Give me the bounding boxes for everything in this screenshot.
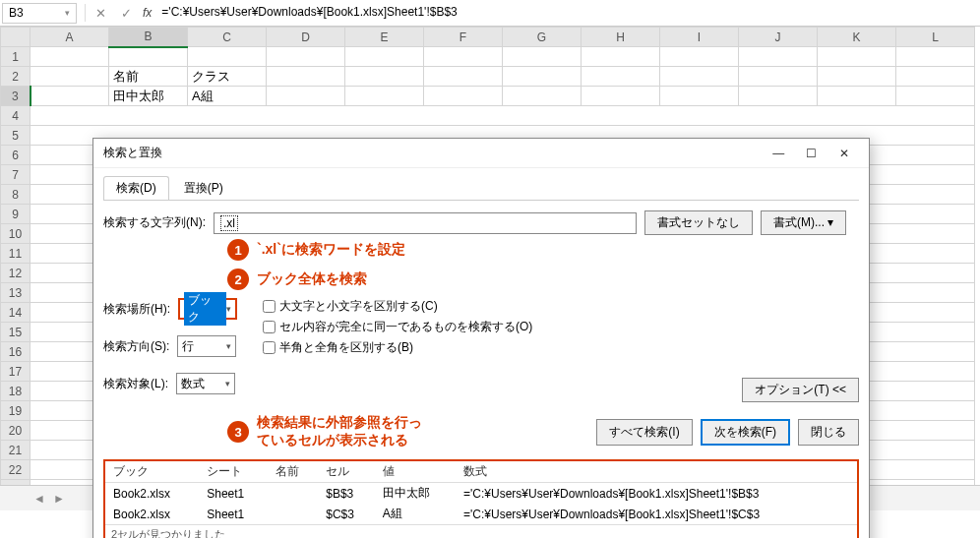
chk-case-box[interactable] <box>263 300 276 313</box>
search-term-input[interactable]: .xl <box>214 212 637 234</box>
search-term-value: .xl <box>220 215 238 231</box>
options-button[interactable]: オプション(T) << <box>742 378 859 402</box>
tab-replace[interactable]: 置換(P) <box>171 176 236 200</box>
tab-search[interactable]: 検索(D) <box>103 176 169 200</box>
bullet-1: 1 <box>227 239 249 261</box>
bullet-2: 2 <box>227 269 249 290</box>
tab-nav-next-icon[interactable]: ► <box>49 492 69 506</box>
row-2[interactable]: 2 <box>1 67 31 87</box>
cancel-icon[interactable]: ✕ <box>90 3 111 24</box>
select-all-corner[interactable] <box>1 28 31 47</box>
results-panel: ブック シート 名前 セル 値 数式 Book2.xlsx Sheet1 $B$… <box>103 459 859 538</box>
search-dir-value: 行 <box>182 338 194 355</box>
dialog-title: 検索と置換 <box>103 145 162 161</box>
find-next-button[interactable]: 次を検索(F) <box>701 419 790 446</box>
row-1[interactable]: 1 <box>1 47 31 67</box>
bullet-3: 3 <box>227 421 249 443</box>
row-19[interactable]: 19 <box>1 401 31 421</box>
row-18[interactable]: 18 <box>1 382 31 401</box>
chk-width[interactable]: 半角と全角を区別する(B) <box>263 339 532 356</box>
row-8[interactable]: 8 <box>1 185 31 205</box>
close-button[interactable]: 閉じる <box>798 419 859 446</box>
col-K[interactable]: K <box>818 28 896 47</box>
lbl-search-dir: 検索方向(S): <box>103 338 169 355</box>
col-A[interactable]: A <box>31 28 109 47</box>
col-L[interactable]: L <box>896 28 975 47</box>
dialog-titlebar[interactable]: 検索と置換 — ☐ ✕ <box>93 139 869 168</box>
lbl-search-term: 検索する文字列(N): <box>103 214 206 231</box>
cell-C2[interactable]: クラス <box>188 67 267 87</box>
results-status: 2セルが見つかりました <box>105 524 857 538</box>
col-F[interactable]: F <box>424 28 503 47</box>
results-h-name[interactable]: 名前 <box>268 461 318 483</box>
find-all-button[interactable]: すべて検索(I) <box>596 419 692 446</box>
search-target-dropdown[interactable]: 数式 <box>176 373 235 394</box>
chk-whole-box[interactable] <box>263 321 276 333</box>
row-9[interactable]: 9 <box>1 205 31 224</box>
cell-B3[interactable]: 田中太郎 <box>109 87 188 106</box>
chk-width-label: 半角と全角を区別する(B) <box>279 339 413 356</box>
row-14[interactable]: 14 <box>1 303 31 323</box>
row-4[interactable]: 4 <box>1 106 31 126</box>
row-6[interactable]: 6 <box>1 146 31 165</box>
col-H[interactable]: H <box>582 28 660 47</box>
dialog-tabs: 検索(D) 置換(P) <box>103 176 859 201</box>
separator <box>85 4 86 22</box>
row-5[interactable]: 5 <box>1 126 31 146</box>
row-3[interactable]: 3 <box>1 87 31 106</box>
chk-width-box[interactable] <box>263 341 276 354</box>
minimize-icon[interactable]: — <box>764 147 793 160</box>
annotation-2: ブック全体を検索 <box>257 270 367 288</box>
annotation-3b: ているセルが表示される <box>257 432 422 449</box>
results-h-value[interactable]: 値 <box>375 461 456 483</box>
chk-case[interactable]: 大文字と小文字を区別する(C) <box>263 298 532 315</box>
row-10[interactable]: 10 <box>1 224 31 244</box>
col-I[interactable]: I <box>660 28 739 47</box>
row-7[interactable]: 7 <box>1 165 31 185</box>
row-22[interactable]: 22 <box>1 460 31 480</box>
lbl-search-in: 検索場所(H): <box>103 301 170 318</box>
search-in-dropdown[interactable]: ブック <box>178 298 237 320</box>
results-table[interactable]: ブック シート 名前 セル 値 数式 Book2.xlsx Sheet1 $B$… <box>105 461 857 524</box>
tab-nav-prev-icon[interactable]: ◄ <box>30 492 49 506</box>
col-E[interactable]: E <box>345 28 424 47</box>
maximize-icon[interactable]: ☐ <box>797 147 827 160</box>
row-12[interactable]: 12 <box>1 264 31 283</box>
row-20[interactable]: 20 <box>1 421 31 441</box>
results-h-book[interactable]: ブック <box>105 461 199 483</box>
col-D[interactable]: D <box>267 28 345 47</box>
row-11[interactable]: 11 <box>1 244 31 264</box>
chk-whole[interactable]: セル内容が完全に同一であるものを検索する(O) <box>263 319 532 335</box>
results-h-formula[interactable]: 数式 <box>456 461 857 483</box>
formula-bar: B3 ✕ ✓ fx ='C:¥Users¥User¥Downloads¥[Boo… <box>0 0 980 27</box>
chk-case-label: 大文字と小文字を区別する(C) <box>279 298 438 315</box>
formula-input[interactable]: ='C:¥Users¥User¥Downloads¥[Book1.xlsx]Sh… <box>155 3 978 24</box>
name-box[interactable]: B3 <box>2 3 77 24</box>
col-C[interactable]: C <box>188 28 267 47</box>
search-in-value: ブック <box>184 292 226 326</box>
format-none-button[interactable]: 書式セットなし <box>644 210 753 235</box>
cell-C3[interactable]: A組 <box>188 87 267 106</box>
chk-whole-label: セル内容が完全に同一であるものを検索する(O) <box>279 319 532 335</box>
fx-icon[interactable]: fx <box>143 6 152 20</box>
row-21[interactable]: 21 <box>1 441 31 460</box>
find-replace-dialog: 検索と置換 — ☐ ✕ 検索(D) 置換(P) 検索する文字列(N): .xl … <box>92 138 870 538</box>
col-J[interactable]: J <box>739 28 818 47</box>
row-13[interactable]: 13 <box>1 283 31 303</box>
close-icon[interactable]: ✕ <box>829 147 859 160</box>
results-row[interactable]: Book2.xlsx Sheet1 $C$3 A組 ='C:¥Users¥Use… <box>105 504 857 524</box>
row-16[interactable]: 16 <box>1 342 31 362</box>
row-17[interactable]: 17 <box>1 362 31 382</box>
results-row[interactable]: Book2.xlsx Sheet1 $B$3 田中太郎 ='C:¥Users¥U… <box>105 483 857 505</box>
lbl-search-target: 検索対象(L): <box>103 376 168 392</box>
row-15[interactable]: 15 <box>1 323 31 342</box>
col-B[interactable]: B <box>109 28 188 47</box>
results-h-sheet[interactable]: シート <box>199 461 268 483</box>
annotation-3a: 検索結果に外部参照を行っ <box>257 414 422 432</box>
results-h-cell[interactable]: セル <box>318 461 374 483</box>
confirm-icon[interactable]: ✓ <box>115 3 137 24</box>
search-dir-dropdown[interactable]: 行 <box>177 335 236 357</box>
cell-B2[interactable]: 名前 <box>109 67 188 87</box>
format-button[interactable]: 書式(M)... <box>761 210 846 235</box>
col-G[interactable]: G <box>503 28 582 47</box>
